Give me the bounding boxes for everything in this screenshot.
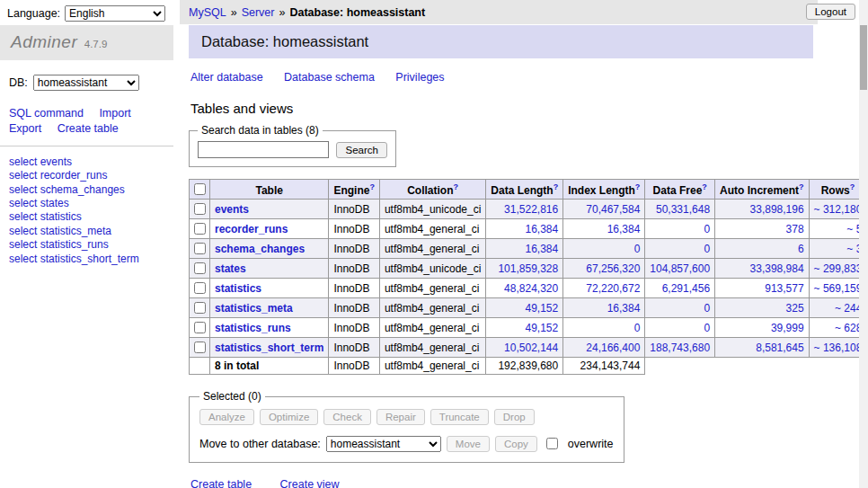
data-length-link[interactable]: 10,502,144 <box>504 342 558 354</box>
column-help-link[interactable]: ? <box>702 182 707 191</box>
row-checkbox[interactable] <box>194 282 206 294</box>
vertical-scrollbar[interactable] <box>859 0 868 488</box>
row-checkbox[interactable] <box>194 342 206 353</box>
total-index-length: 234,143,744 <box>563 358 645 375</box>
data-free-link[interactable]: 0 <box>704 302 710 315</box>
sidebar-op-link[interactable]: Create table <box>58 122 119 135</box>
table-name-link[interactable]: recorder_runs <box>215 223 288 235</box>
column-help-link[interactable]: ? <box>454 182 459 191</box>
logout-button[interactable]: Logout <box>806 4 855 20</box>
move-db-select[interactable]: homeassistant <box>326 436 441 452</box>
table-name-link[interactable]: statistics_meta <box>215 302 293 315</box>
rows-count-link[interactable]: ~ 312,180 <box>814 203 863 216</box>
sidebar-table-link[interactable]: select statistics_meta <box>9 225 164 238</box>
auto-increment-link[interactable]: 913,577 <box>765 282 803 295</box>
data-length-link[interactable]: 16,384 <box>525 243 558 255</box>
index-length-link[interactable]: 0 <box>634 243 641 255</box>
data-free-link[interactable]: 50,331,648 <box>656 203 710 216</box>
sidebar-op-link[interactable]: Import <box>99 107 130 120</box>
bulk-action-button[interactable]: Truncate <box>430 409 489 425</box>
auto-increment-link[interactable]: 378 <box>786 223 804 235</box>
row-checkbox[interactable] <box>194 243 206 254</box>
sidebar-table-link[interactable]: select events <box>9 155 164 169</box>
auto-increment-link[interactable]: 33,898,196 <box>750 203 804 216</box>
breadcrumb-link-mysql[interactable]: MySQL <box>189 6 226 19</box>
database-nav-link[interactable]: Alter database <box>190 71 263 84</box>
column-help-link[interactable]: ? <box>799 182 804 191</box>
data-length-link[interactable]: 49,152 <box>525 322 558 334</box>
bulk-action-button[interactable]: Drop <box>494 409 535 425</box>
column-help-link[interactable]: ? <box>635 182 641 191</box>
rows-count-link[interactable]: ~ 136,108 <box>814 342 863 354</box>
table-name-link[interactable]: schema_changes <box>215 243 305 255</box>
data-free-link[interactable]: 0 <box>704 243 710 255</box>
app-version: 4.7.9 <box>84 39 108 49</box>
search-input[interactable] <box>198 141 329 158</box>
column-help-link[interactable]: ? <box>554 182 559 191</box>
select-all-checkbox[interactable] <box>194 183 206 195</box>
table-name-link[interactable]: statistics <box>215 282 261 295</box>
row-checkbox[interactable] <box>194 223 206 235</box>
data-free-link[interactable]: 0 <box>704 322 710 334</box>
data-length-link[interactable]: 48,824,320 <box>504 282 558 295</box>
bulk-action-button[interactable]: Repair <box>376 409 425 425</box>
sidebar-table-link[interactable]: select schema_changes <box>9 183 164 197</box>
auto-increment-link[interactable]: 39,999 <box>771 322 804 334</box>
sidebar-op-link[interactable]: Export <box>9 122 41 135</box>
auto-increment-link[interactable]: 8,581,645 <box>756 342 803 354</box>
auto-increment-link[interactable]: 33,398,984 <box>750 262 804 275</box>
move-button[interactable]: Move <box>447 436 490 452</box>
row-checkbox[interactable] <box>194 203 206 215</box>
sidebar-table-link[interactable]: select statistics_short_term <box>9 253 164 266</box>
data-free-link[interactable]: 6,291,456 <box>662 282 710 295</box>
column-help-link[interactable]: ? <box>369 182 375 191</box>
index-length-link[interactable]: 70,467,584 <box>586 203 640 216</box>
language-select[interactable]: English <box>65 5 165 22</box>
index-length-link[interactable]: 24,166,400 <box>586 342 640 354</box>
auto-increment-link[interactable]: 325 <box>786 302 804 315</box>
rows-count-link[interactable]: ~ 244 <box>835 302 862 315</box>
bulk-action-button[interactable]: Check <box>323 409 371 425</box>
copy-button[interactable]: Copy <box>495 436 537 452</box>
sidebar-table-link[interactable]: select recorder_runs <box>9 169 164 182</box>
data-length-link[interactable]: 101,859,328 <box>498 262 558 275</box>
index-length-link[interactable]: 72,220,672 <box>586 282 640 295</box>
index-length-link[interactable]: 0 <box>634 322 641 334</box>
row-checkbox[interactable] <box>194 302 206 314</box>
auto-increment-link[interactable]: 6 <box>798 243 804 255</box>
data-length-link[interactable]: 31,522,816 <box>504 203 558 216</box>
row-checkbox[interactable] <box>194 262 206 274</box>
data-free-link[interactable]: 0 <box>704 223 710 235</box>
table-name-link[interactable]: statistics_runs <box>215 322 291 334</box>
database-nav-link[interactable]: Database schema <box>284 71 375 84</box>
table-name-link[interactable]: statistics_short_term <box>215 342 323 354</box>
sidebar-op-link[interactable]: SQL command <box>9 107 84 120</box>
table-name-link[interactable]: events <box>215 203 249 216</box>
scrollbar-thumb[interactable] <box>860 25 867 90</box>
rows-count-link[interactable]: ~ 299,833 <box>814 262 863 275</box>
data-length-link[interactable]: 49,152 <box>525 302 558 315</box>
sidebar-table-link[interactable]: select statistics_runs <box>9 238 164 252</box>
create-link[interactable]: Create view <box>280 478 340 488</box>
index-length-link[interactable]: 16,384 <box>607 223 641 235</box>
sidebar-table-link[interactable]: select statistics <box>9 210 164 224</box>
sidebar-table-link[interactable]: select states <box>9 197 164 210</box>
row-checkbox[interactable] <box>194 322 206 333</box>
bulk-action-button[interactable]: Analyze <box>199 409 254 425</box>
create-link[interactable]: Create table <box>190 478 252 488</box>
rows-count-link[interactable]: ~ 569,159 <box>814 282 863 295</box>
bulk-action-button[interactable]: Optimize <box>260 409 318 425</box>
rows-count-link[interactable]: ~ 628 <box>835 322 862 334</box>
overwrite-checkbox[interactable] <box>546 438 558 449</box>
column-help-link[interactable]: ? <box>850 182 855 191</box>
breadcrumb-link-server[interactable]: Server <box>242 6 275 19</box>
database-nav-link[interactable]: Privileges <box>395 71 444 84</box>
data-length-link[interactable]: 16,384 <box>525 223 558 235</box>
data-free-link[interactable]: 188,743,680 <box>650 342 710 354</box>
index-length-link[interactable]: 16,384 <box>607 302 641 315</box>
db-select[interactable]: homeassistant <box>33 75 139 91</box>
data-free-link[interactable]: 104,857,600 <box>650 262 710 275</box>
search-button[interactable]: Search <box>336 142 386 158</box>
index-length-link[interactable]: 67,256,320 <box>586 262 640 275</box>
table-name-link[interactable]: states <box>215 262 246 275</box>
